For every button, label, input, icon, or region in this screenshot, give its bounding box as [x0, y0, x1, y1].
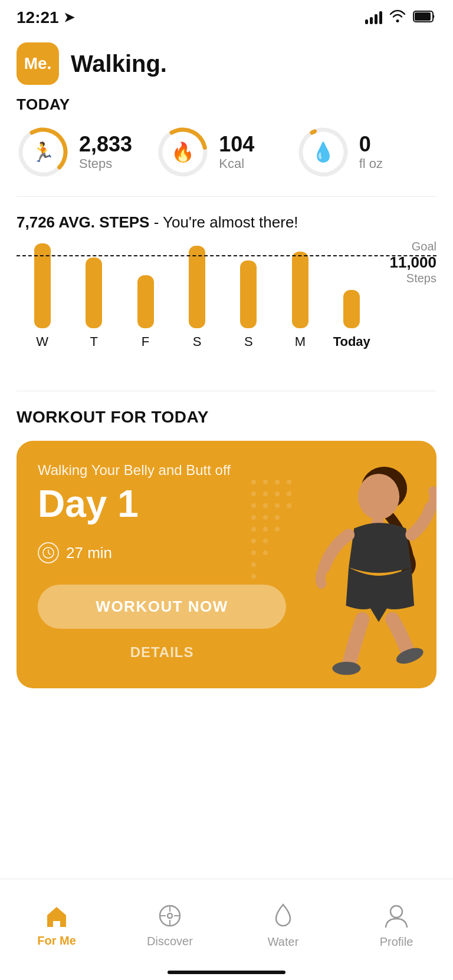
nav-profile[interactable]: Profile [340, 879, 453, 963]
workout-duration: 27 min [38, 542, 286, 563]
location-icon: ➤ [64, 10, 74, 25]
profile-label: Profile [380, 935, 413, 949]
bar-column: S [171, 243, 222, 349]
goal-label: Goal 11,000 Steps [389, 240, 436, 285]
bar-day-label: T [90, 334, 97, 349]
svg-point-35 [332, 662, 360, 675]
workout-card[interactable]: Walking Your Belly and Butt off Day 1 27… [17, 441, 436, 688]
bar-column: T [68, 243, 119, 349]
bar-day-label: Today [333, 334, 370, 349]
for-me-icon [45, 905, 68, 929]
steps-chart: Goal 11,000 Steps WTFSSMToday [17, 243, 436, 373]
kcal-emoji: 🔥 [171, 143, 195, 161]
kcal-values: 104 Kcal [219, 133, 254, 171]
stats-row: 🏃 2,833 Steps 🔥 104 Kcal [0, 126, 453, 196]
workout-details-label: DETAILS [130, 644, 194, 660]
steps-avg-title: 7,726 AVG. STEPS - You're almost there! [17, 213, 436, 232]
home-indicator [168, 971, 285, 974]
wifi-icon [389, 9, 406, 26]
battery-icon [413, 10, 436, 25]
bar-day-label: S [193, 334, 202, 349]
chart-bar [240, 260, 257, 328]
water-unit: fl oz [359, 156, 383, 171]
chart-bar [86, 258, 102, 328]
bar-day-label: F [142, 334, 149, 349]
water-values: 0 fl oz [359, 133, 383, 171]
steps-circle: 🏃 [17, 126, 70, 179]
app-logo: Me. [17, 42, 59, 85]
water-value: 0 [359, 133, 383, 156]
for-me-label: For Me [37, 934, 76, 948]
steps-values: 2,833 Steps [79, 133, 132, 171]
app-header: Me. Walking. [0, 32, 453, 95]
chart-bar [189, 246, 205, 328]
bars-row: WTFSSMToday [17, 243, 436, 349]
avg-steps-label: 7,726 AVG. STEPS [17, 213, 149, 231]
bar-column: F [120, 243, 171, 349]
workout-section-title: WORKOUT FOR TODAY [17, 408, 436, 427]
nav-for-me[interactable]: For Me [0, 879, 113, 963]
bar-column: Today [326, 243, 378, 349]
discover-icon [158, 904, 182, 930]
clock-display: 12:21 [17, 8, 59, 27]
water-label: Water [268, 935, 299, 949]
workout-section: WORKOUT FOR TODAY [0, 391, 453, 688]
kcal-stat[interactable]: 🔥 104 Kcal [156, 126, 296, 179]
kcal-circle: 🔥 [156, 126, 209, 179]
nav-water[interactable]: Water [226, 879, 340, 963]
water-emoji: 💧 [311, 143, 335, 161]
svg-point-33 [358, 474, 399, 520]
workout-day: Day 1 [38, 483, 286, 524]
bar-column: S [223, 243, 274, 349]
signal-icon [365, 11, 382, 24]
chart-bar [292, 252, 308, 328]
goal-number: 11,000 [389, 253, 436, 272]
water-nav-icon [274, 903, 293, 930]
bar-column: W [17, 243, 68, 349]
steps-unit: Steps [79, 156, 132, 171]
status-time: 12:21 ➤ [17, 8, 74, 27]
svg-rect-1 [415, 12, 431, 21]
app-title: Walking. [71, 51, 167, 77]
chart-bar [137, 275, 154, 328]
discover-label: Discover [147, 935, 193, 948]
duration-text: 27 min [66, 544, 112, 562]
workout-details-button[interactable]: DETAILS [38, 639, 286, 665]
goal-text: Goal [389, 240, 436, 253]
water-circle: 💧 [297, 126, 350, 179]
svg-point-39 [168, 913, 172, 918]
bar-day-label: M [295, 334, 306, 349]
logo-text: Me. [24, 54, 52, 73]
workout-now-button[interactable]: WORKOUT NOW [38, 585, 286, 629]
status-bar: 12:21 ➤ [0, 0, 453, 32]
profile-icon [385, 903, 408, 930]
workout-now-label: WORKOUT NOW [96, 598, 228, 615]
avg-dash: - [154, 213, 163, 231]
status-icons [365, 9, 436, 26]
today-label: TODAY [0, 95, 453, 126]
steps-emoji: 🏃 [31, 143, 55, 161]
goal-unit: Steps [389, 272, 436, 285]
steps-value: 2,833 [79, 133, 132, 156]
bar-day-label: S [244, 334, 253, 349]
steps-stat[interactable]: 🏃 2,833 Steps [17, 126, 156, 179]
kcal-value: 104 [219, 133, 254, 156]
goal-line: Goal 11,000 Steps [17, 255, 436, 256]
nav-discover[interactable]: Discover [113, 879, 226, 963]
svg-point-44 [390, 906, 402, 918]
workout-subtitle: Walking Your Belly and Butt off [38, 462, 286, 479]
kcal-unit: Kcal [219, 156, 254, 171]
clock-icon [38, 542, 59, 563]
steps-chart-section: 7,726 AVG. STEPS - You're almost there! … [0, 197, 453, 391]
bar-day-label: W [36, 334, 48, 349]
water-stat[interactable]: 💧 0 fl oz [297, 126, 436, 179]
avg-tagline: You're almost there! [163, 213, 298, 231]
chart-bar [343, 290, 360, 328]
bar-column: M [274, 243, 326, 349]
bottom-nav: For Me Discover Water [0, 879, 453, 980]
